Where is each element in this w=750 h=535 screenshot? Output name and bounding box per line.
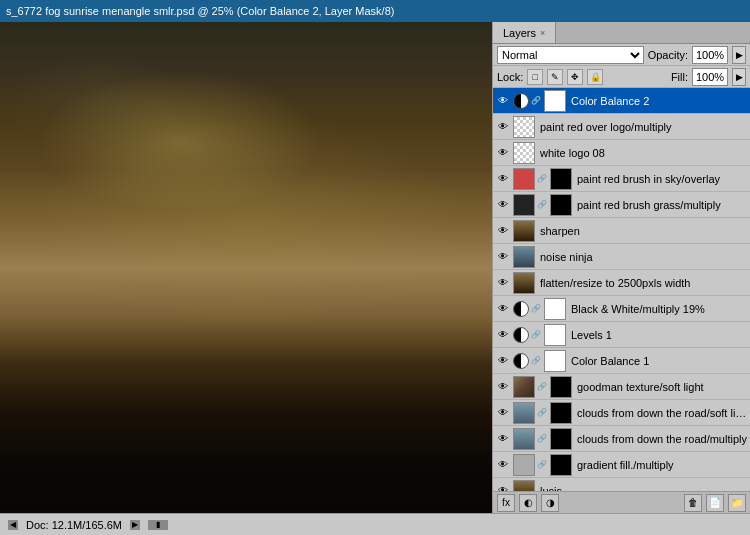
opacity-arrow[interactable]: ▶: [732, 46, 746, 64]
layer-item[interactable]: 👁lucis: [493, 478, 750, 491]
status-bar: ◀ Doc: 12.1M/165.6M ▶ ▮: [0, 513, 750, 535]
visibility-icon[interactable]: 👁: [495, 457, 511, 473]
layers-tab-close[interactable]: ×: [540, 28, 545, 38]
layer-thumb: [513, 142, 535, 164]
layer-thumb: [513, 220, 535, 242]
lock-label: Lock:: [497, 71, 523, 83]
layer-name: clouds from down the road/soft light: [574, 407, 748, 419]
link-icon: 🔗: [531, 356, 541, 366]
layer-name: Black & White/multiply 19%: [568, 303, 748, 315]
new-adjustment-button[interactable]: ◑: [541, 494, 559, 512]
layer-name: Color Balance 2: [568, 95, 748, 107]
delete-layer-button[interactable]: 🗑: [684, 494, 702, 512]
visibility-icon[interactable]: 👁: [495, 353, 511, 369]
app-container: s_6772 fog sunrise menangle smlr.psd @ 2…: [0, 0, 750, 535]
visibility-icon[interactable]: 👁: [495, 379, 511, 395]
link-icon: 🔗: [537, 174, 547, 184]
layer-thumb: [513, 454, 535, 476]
layer-item[interactable]: 👁🔗Color Balance 2: [493, 88, 750, 114]
layer-item[interactable]: 👁🔗goodman texture/soft light: [493, 374, 750, 400]
panel-toolbar: fx ◐ ◑ 🗑 📄 📁: [493, 491, 750, 513]
visibility-icon[interactable]: 👁: [495, 171, 511, 187]
visibility-icon[interactable]: 👁: [495, 223, 511, 239]
fill-arrow[interactable]: ▶: [732, 68, 746, 86]
add-mask-button[interactable]: ◐: [519, 494, 537, 512]
layer-name: goodman texture/soft light: [574, 381, 748, 393]
layer-thumb: [513, 168, 535, 190]
lock-transparent-button[interactable]: □: [527, 69, 543, 85]
new-layer-button[interactable]: 📄: [706, 494, 724, 512]
layer-thumb: [513, 428, 535, 450]
lock-image-button[interactable]: ✎: [547, 69, 563, 85]
lock-all-button[interactable]: 🔒: [587, 69, 603, 85]
layer-item[interactable]: 👁🔗Levels 1: [493, 322, 750, 348]
layer-name: Color Balance 1: [568, 355, 748, 367]
add-style-button[interactable]: fx: [497, 494, 515, 512]
visibility-icon[interactable]: 👁: [495, 327, 511, 343]
layer-item[interactable]: 👁paint red over logo/multiply: [493, 114, 750, 140]
layer-name: paint red over logo/multiply: [537, 121, 748, 133]
layer-item[interactable]: 👁🔗paint red brush grass/multiply: [493, 192, 750, 218]
link-icon: 🔗: [537, 434, 547, 444]
layer-item[interactable]: 👁sharpen: [493, 218, 750, 244]
layer-mask-thumb: [544, 90, 566, 112]
new-group-button[interactable]: 📁: [728, 494, 746, 512]
blend-row: Normal Dissolve Multiply Screen Overlay …: [493, 44, 750, 66]
layers-tab-bar: Layers ×: [493, 22, 750, 44]
link-icon: 🔗: [531, 330, 541, 340]
layer-name: Levels 1: [568, 329, 748, 341]
adjustment-icon: [513, 353, 529, 369]
layer-item[interactable]: 👁🔗gradient fill./multiply: [493, 452, 750, 478]
title-text: s_6772 fog sunrise menangle smlr.psd @ 2…: [6, 5, 394, 17]
layer-item[interactable]: 👁white logo 08: [493, 140, 750, 166]
lock-row: Lock: □ ✎ ✥ 🔒 Fill: ▶: [493, 66, 750, 88]
layers-panel: Layers × Normal Dissolve Multiply Screen…: [492, 22, 750, 513]
visibility-icon[interactable]: 👁: [495, 301, 511, 317]
layer-name: paint red brush grass/multiply: [574, 199, 748, 211]
layer-item[interactable]: 👁flatten/resize to 2500pxls width: [493, 270, 750, 296]
layer-list[interactable]: 👁🔗Color Balance 2👁paint red over logo/mu…: [493, 88, 750, 491]
visibility-icon[interactable]: 👁: [495, 249, 511, 265]
fill-input[interactable]: [692, 68, 728, 86]
layer-item[interactable]: 👁🔗Color Balance 1: [493, 348, 750, 374]
layer-name: noise ninja: [537, 251, 748, 263]
lock-position-button[interactable]: ✥: [567, 69, 583, 85]
opacity-input[interactable]: [692, 46, 728, 64]
layer-thumb: [513, 246, 535, 268]
layer-item[interactable]: 👁🔗Black & White/multiply 19%: [493, 296, 750, 322]
layer-item[interactable]: 👁🔗clouds from down the road/multiply: [493, 426, 750, 452]
layer-thumb: [513, 116, 535, 138]
canvas-area: [0, 22, 492, 513]
status-scrollbar[interactable]: ▮: [148, 520, 168, 530]
layer-name: gradient fill./multiply: [574, 459, 748, 471]
layer-item[interactable]: 👁🔗paint red brush in sky/overlay: [493, 166, 750, 192]
title-bar: s_6772 fog sunrise menangle smlr.psd @ 2…: [0, 0, 750, 22]
canvas-image: [0, 22, 492, 513]
main-area: Layers × Normal Dissolve Multiply Screen…: [0, 22, 750, 513]
layer-thumb: [513, 376, 535, 398]
layers-tab[interactable]: Layers ×: [493, 22, 556, 43]
visibility-icon[interactable]: 👁: [495, 197, 511, 213]
fill-label: Fill:: [671, 71, 688, 83]
layer-item[interactable]: 👁🔗clouds from down the road/soft light: [493, 400, 750, 426]
link-icon: 🔗: [537, 460, 547, 470]
visibility-icon[interactable]: 👁: [495, 405, 511, 421]
visibility-icon[interactable]: 👁: [495, 275, 511, 291]
link-icon: 🔗: [537, 408, 547, 418]
status-arrow-right[interactable]: ▶: [130, 520, 140, 530]
visibility-icon[interactable]: 👁: [495, 145, 511, 161]
layer-mask-thumb: [544, 350, 566, 372]
layer-mask-thumb: [550, 454, 572, 476]
link-icon: 🔗: [537, 382, 547, 392]
visibility-icon[interactable]: 👁: [495, 431, 511, 447]
status-arrow-left[interactable]: ◀: [8, 520, 18, 530]
layer-item[interactable]: 👁noise ninja: [493, 244, 750, 270]
layer-thumb: [513, 272, 535, 294]
visibility-icon[interactable]: 👁: [495, 93, 511, 109]
layer-name: paint red brush in sky/overlay: [574, 173, 748, 185]
blend-mode-select[interactable]: Normal Dissolve Multiply Screen Overlay …: [497, 46, 644, 64]
visibility-icon[interactable]: 👁: [495, 119, 511, 135]
layers-tab-label: Layers: [503, 27, 536, 39]
visibility-icon[interactable]: 👁: [495, 483, 511, 492]
adjustment-icon: [513, 301, 529, 317]
